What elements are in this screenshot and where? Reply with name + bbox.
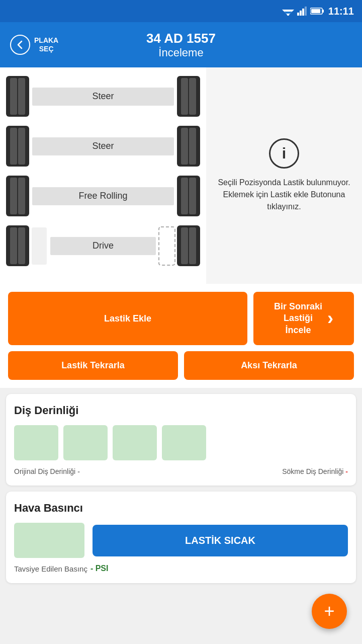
tire-outer-right-drive — [176, 224, 201, 267]
svg-rect-16 — [189, 78, 196, 115]
original-depth-label: Orijinal Diş Derinliği - — [14, 467, 80, 475]
original-depth-text: Orijinal Diş Derinliği — [14, 467, 75, 475]
air-pressure-card: Hava Basıncı LASTİK SICAK Tavsiye Edilen… — [6, 492, 356, 583]
pressure-input-box[interactable] — [14, 523, 84, 558]
svg-rect-30 — [10, 227, 17, 264]
svg-rect-36 — [189, 227, 196, 264]
repeat-aksi-button[interactable]: Aksı Tekrarla — [184, 351, 354, 380]
svg-rect-24 — [10, 178, 17, 214]
tire-inner-right-drive-dashed — [158, 226, 176, 266]
removal-depth-label: Sökme Diş Derinliği - — [282, 467, 348, 475]
svg-rect-15 — [181, 78, 188, 115]
pressure-label-row: Tavsiye Edilen Basınç - PSI — [14, 564, 348, 573]
svg-rect-17 — [6, 126, 29, 167]
svg-rect-23 — [6, 176, 29, 216]
axle-label-steer2: Steer — [32, 137, 174, 155]
diagram-left: Steer Steer — [0, 67, 206, 284]
svg-rect-7 — [305, 7, 307, 16]
status-bar: 11:11 — [0, 0, 362, 22]
tread-depth-card: Diş Derinliği Orijinal Diş Derinliği - S… — [6, 394, 356, 486]
add-tire-button[interactable]: Lastik Ekle — [8, 292, 247, 345]
back-arrow-icon — [15, 40, 25, 50]
depth-box-2[interactable] — [63, 425, 108, 460]
fab-icon: + — [324, 601, 334, 622]
battery-icon — [310, 7, 324, 15]
svg-rect-22 — [189, 128, 196, 165]
back-circle — [10, 35, 30, 55]
header-subtitle: İnceleme — [146, 46, 216, 59]
depth-labels: Orijinal Diş Derinliği - Sökme Diş Derin… — [14, 467, 348, 475]
axle-row-drive[interactable]: Drive — [5, 222, 201, 270]
signal-icon — [297, 7, 307, 16]
air-pressure-title: Hava Basıncı — [14, 502, 348, 515]
pressure-row: LASTİK SICAK — [14, 523, 348, 558]
tire-left-steer2 — [5, 125, 30, 168]
repeat-tire-button[interactable]: Lastik Tekrarla — [8, 351, 178, 380]
original-depth-dash: - — [77, 467, 80, 475]
next-tire-button[interactable]: Bir Sonraki Lastiği İncele › — [253, 292, 354, 345]
depth-box-3[interactable] — [113, 425, 157, 460]
tire-right-freerolling — [176, 175, 201, 217]
axle-row-freerolling[interactable]: Free Rolling — [5, 172, 201, 220]
lastik-sicak-button[interactable]: LASTİK SICAK — [93, 525, 348, 556]
svg-rect-14 — [177, 76, 200, 117]
removal-depth-text: Sökme Diş Derinliği — [282, 467, 343, 475]
axle-row-steer1[interactable]: Steer — [5, 72, 201, 120]
svg-rect-28 — [189, 178, 196, 214]
psi-value: - PSI — [90, 564, 109, 573]
svg-rect-32 — [31, 227, 47, 265]
svg-rect-6 — [302, 9, 304, 16]
repeat-buttons-row: Lastik Tekrarla Aksı Tekrarla — [8, 351, 354, 380]
back-label: PLAKASEÇ — [34, 36, 58, 53]
svg-rect-33 — [159, 227, 175, 265]
status-time: 11:11 — [328, 6, 354, 17]
svg-rect-19 — [18, 128, 25, 165]
depth-box-4[interactable] — [162, 425, 206, 460]
header-plate: 34 AD 1557 — [146, 31, 216, 46]
tread-depth-title: Diş Derinliği — [14, 404, 348, 417]
back-button[interactable]: PLAKASEÇ — [10, 35, 58, 55]
svg-rect-10 — [311, 9, 320, 13]
info-message: Seçili Pozisyonda Lastik bulunmuyor. Ekl… — [216, 177, 352, 213]
svg-rect-29 — [6, 225, 29, 266]
svg-rect-18 — [10, 128, 17, 165]
chevron-right-icon: › — [327, 307, 333, 331]
svg-rect-4 — [297, 13, 299, 16]
recommended-pressure-label: Tavsiye Edilen Basınç — [14, 565, 87, 573]
action-section: Lastik Ekle Bir Sonraki Lastiği İncele ›… — [0, 284, 362, 388]
axle-label-freerolling: Free Rolling — [32, 187, 174, 205]
axle-row-steer2[interactable]: Steer — [5, 122, 201, 170]
tire-right-steer2 — [176, 125, 201, 168]
axle-label-drive: Drive — [50, 237, 156, 255]
header: PLAKASEÇ 34 AD 1557 İnceleme — [0, 22, 362, 67]
svg-rect-35 — [181, 227, 188, 264]
svg-rect-20 — [177, 126, 200, 167]
tire-outer-left-drive — [5, 224, 30, 267]
depth-inputs — [14, 425, 348, 460]
axle-label-steer1: Steer — [32, 88, 174, 106]
diagram-info-panel: i Seçili Pozisyonda Lastik bulunmuyor. E… — [206, 67, 362, 284]
svg-rect-5 — [300, 11, 302, 16]
svg-rect-9 — [322, 10, 324, 13]
header-title: 34 AD 1557 İnceleme — [146, 31, 216, 59]
info-icon: i — [269, 138, 299, 169]
svg-rect-31 — [18, 227, 25, 264]
next-tire-label: Bir Sonraki Lastiği İncele — [274, 301, 322, 336]
svg-rect-27 — [181, 178, 188, 214]
svg-rect-25 — [18, 178, 25, 214]
diagram-container: Steer Steer — [0, 67, 362, 284]
fab-button[interactable]: + — [312, 594, 347, 629]
depth-box-1[interactable] — [14, 425, 58, 460]
svg-rect-13 — [18, 78, 25, 115]
status-icons — [282, 7, 324, 16]
tire-inner-left-drive — [30, 226, 48, 266]
svg-rect-21 — [181, 128, 188, 165]
removal-depth-dash: - — [345, 467, 348, 475]
svg-rect-12 — [10, 78, 17, 115]
tire-left-freerolling — [5, 175, 30, 217]
tire-left-steer1 — [5, 75, 30, 118]
svg-rect-34 — [177, 225, 200, 266]
svg-rect-11 — [6, 76, 29, 117]
svg-rect-26 — [177, 176, 200, 216]
wifi-icon — [282, 7, 294, 16]
